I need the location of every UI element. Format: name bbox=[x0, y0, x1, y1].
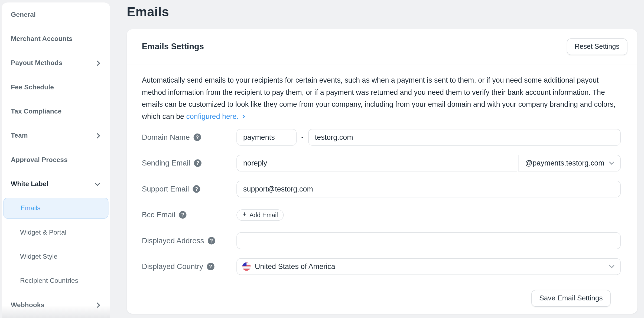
settings-sidebar: General Merchant Accounts Payout Methods… bbox=[2, 2, 110, 318]
bcc-email-row: Bcc Email ? + Add Email bbox=[142, 206, 621, 223]
field-label-text: Support Email bbox=[142, 185, 189, 193]
sidebar-item-label: Emails bbox=[20, 205, 40, 212]
sidebar-item-label: Tax Compliance bbox=[11, 108, 61, 115]
sidebar-item-general[interactable]: General bbox=[2, 2, 110, 27]
chevron-right-icon bbox=[241, 115, 245, 119]
displayed-address-label: Displayed Address ? bbox=[142, 236, 237, 245]
card-body: Automatically send emails to your recipi… bbox=[127, 64, 637, 307]
domain-name-row: Domain Name ? · bbox=[142, 129, 621, 146]
sidebar-item-label: Webhooks bbox=[11, 301, 44, 309]
sidebar-item-emails[interactable]: Emails bbox=[3, 198, 108, 219]
card-title: Emails Settings bbox=[142, 42, 204, 51]
chevron-right-icon bbox=[95, 60, 100, 66]
sending-email-label: Sending Email ? bbox=[142, 159, 237, 167]
sending-email-row: Sending Email ? @payments.testorg.com bbox=[142, 155, 621, 171]
help-icon[interactable]: ? bbox=[179, 211, 187, 219]
emails-settings-card: Emails Settings Reset Settings Automatic… bbox=[127, 29, 637, 314]
help-icon[interactable]: ? bbox=[193, 185, 200, 193]
settings-description: Automatically send emails to your recipi… bbox=[142, 74, 621, 123]
reset-settings-button[interactable]: Reset Settings bbox=[567, 38, 627, 55]
displayed-address-input[interactable] bbox=[236, 232, 621, 249]
card-header: Emails Settings Reset Settings bbox=[127, 29, 637, 64]
sidebar-item-approval-process[interactable]: Approval Process bbox=[2, 148, 110, 172]
sidebar-item-label: Widget Style bbox=[20, 253, 57, 260]
sidebar-item-label: Widget & Portal bbox=[20, 229, 66, 236]
add-email-button-label: Add Email bbox=[249, 211, 278, 218]
save-email-settings-button[interactable]: Save Email Settings bbox=[531, 290, 611, 307]
domain-input[interactable] bbox=[308, 129, 621, 146]
sidebar-item-payout-methods[interactable]: Payout Methods bbox=[2, 51, 110, 75]
sending-email-controls: @payments.testorg.com bbox=[236, 155, 621, 171]
sending-email-domain-select[interactable]: @payments.testorg.com bbox=[518, 155, 621, 171]
sidebar-item-tax-compliance[interactable]: Tax Compliance bbox=[2, 99, 110, 124]
settings-page: General Merchant Accounts Payout Methods… bbox=[0, 0, 644, 318]
sidebar-item-white-label[interactable]: White Label bbox=[2, 172, 110, 196]
sidebar-item-label: Approval Process bbox=[11, 156, 68, 164]
displayed-country-select[interactable]: United States of America bbox=[236, 258, 621, 275]
support-email-row: Support Email ? bbox=[142, 181, 621, 197]
displayed-country-value: United States of America bbox=[255, 262, 335, 271]
configured-here-link[interactable]: configured here. bbox=[186, 112, 239, 121]
add-email-button[interactable]: + Add Email bbox=[236, 209, 284, 220]
field-label-text: Displayed Country bbox=[142, 262, 203, 271]
field-label-text: Sending Email bbox=[142, 159, 190, 167]
domain-name-label: Domain Name ? bbox=[142, 133, 237, 142]
bcc-email-label: Bcc Email ? bbox=[142, 210, 237, 219]
plus-icon: + bbox=[242, 210, 246, 219]
field-label-text: Domain Name bbox=[142, 133, 190, 142]
sending-email-domain-value: @payments.testorg.com bbox=[525, 159, 604, 167]
sending-email-input[interactable] bbox=[236, 155, 517, 171]
displayed-country-label: Displayed Country ? bbox=[142, 262, 237, 271]
subdomain-input[interactable] bbox=[236, 129, 297, 146]
sidebar-item-webhooks[interactable]: Webhooks bbox=[2, 293, 110, 317]
chevron-right-icon bbox=[95, 133, 100, 138]
sidebar-item-label: White Label bbox=[11, 180, 48, 188]
chevron-down-icon bbox=[609, 263, 614, 268]
help-icon[interactable]: ? bbox=[194, 159, 201, 167]
save-row: Save Email Settings bbox=[142, 275, 621, 307]
domain-name-controls: · bbox=[236, 129, 621, 146]
main-content: Emails Emails Settings Reset Settings Au… bbox=[127, 0, 644, 318]
support-email-controls bbox=[236, 181, 621, 197]
chevron-down-icon bbox=[609, 160, 614, 165]
sidebar-item-merchant-accounts[interactable]: Merchant Accounts bbox=[2, 27, 110, 51]
help-icon[interactable]: ? bbox=[207, 263, 214, 270]
sidebar-item-label: Payout Methods bbox=[11, 59, 62, 67]
displayed-address-row: Displayed Address ? bbox=[142, 232, 621, 249]
field-label-text: Bcc Email bbox=[142, 210, 175, 219]
sidebar-item-label: Fee Schedule bbox=[11, 83, 54, 91]
field-label-text: Displayed Address bbox=[142, 236, 204, 245]
sidebar-item-label: Team bbox=[11, 132, 28, 139]
chevron-down-icon bbox=[95, 180, 100, 186]
us-flag-icon bbox=[242, 262, 251, 271]
sidebar-item-label: General bbox=[11, 11, 36, 18]
sidebar-item-team[interactable]: Team bbox=[2, 124, 110, 148]
support-email-label: Support Email ? bbox=[142, 185, 237, 193]
help-icon[interactable]: ? bbox=[208, 237, 215, 245]
bcc-email-controls: + Add Email bbox=[236, 209, 621, 220]
sidebar-item-label: Recipient Countries bbox=[20, 277, 78, 285]
sidebar-item-label: Merchant Accounts bbox=[11, 35, 73, 43]
sidebar-item-fee-schedule[interactable]: Fee Schedule bbox=[2, 75, 110, 99]
displayed-country-row: Displayed Country ? United States of Ame… bbox=[142, 258, 621, 275]
sidebar-item-widget-and-portal[interactable]: Widget & Portal bbox=[2, 220, 110, 244]
support-email-input[interactable] bbox=[236, 181, 621, 197]
displayed-country-controls: United States of America bbox=[236, 258, 621, 275]
domain-dot-separator: · bbox=[297, 132, 308, 142]
sidebar-item-recipient-countries[interactable]: Recipient Countries bbox=[2, 269, 110, 293]
chevron-right-icon bbox=[95, 302, 100, 308]
displayed-address-controls bbox=[236, 232, 621, 249]
help-icon[interactable]: ? bbox=[194, 134, 201, 141]
page-title: Emails bbox=[127, 5, 644, 20]
sidebar-item-widget-style[interactable]: Widget Style bbox=[2, 245, 110, 269]
emails-settings-form: Domain Name ? · Sending Email ? bbox=[142, 129, 621, 275]
